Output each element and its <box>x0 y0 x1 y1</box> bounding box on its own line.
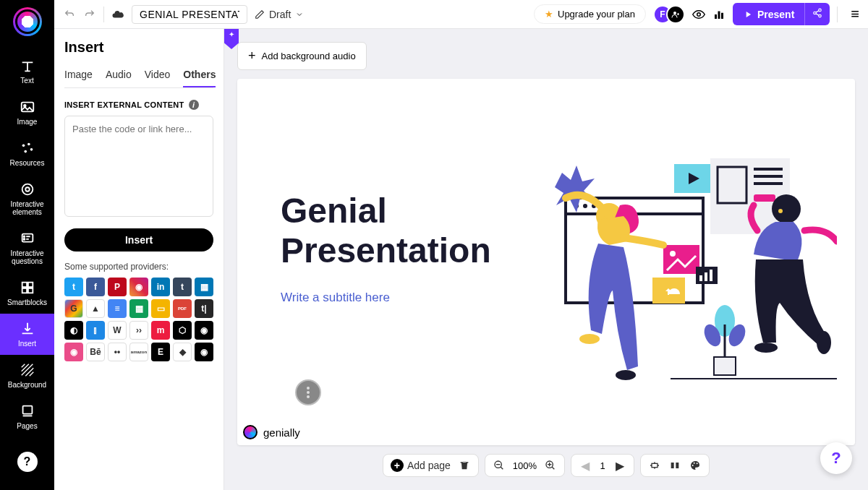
nav-text[interactable]: Text <box>0 51 54 92</box>
svg-rect-19 <box>718 11 720 19</box>
svg-point-48 <box>772 194 801 223</box>
avatar-add <box>666 5 685 24</box>
provider-amplitude[interactable]: ⫿ <box>86 321 105 340</box>
svg-point-2 <box>22 145 25 147</box>
nav-image[interactable]: Image <box>0 92 54 133</box>
info-icon[interactable]: i <box>189 100 199 110</box>
provider-pdf[interactable]: PDF <box>173 299 192 318</box>
help-button[interactable]: ? <box>17 452 38 472</box>
svg-point-49 <box>778 209 783 213</box>
panel-title: Insert <box>64 39 213 56</box>
zoom-in-icon[interactable] <box>544 459 557 472</box>
collaborators[interactable]: F <box>653 5 685 24</box>
embed-input[interactable] <box>64 116 213 217</box>
provider-twitter[interactable]: t <box>64 278 83 296</box>
app-logo[interactable] <box>13 7 42 36</box>
nav-insert[interactable]: Insert <box>0 314 54 355</box>
tab-audio[interactable]: Audio <box>106 69 132 87</box>
provider-gslides[interactable]: ▭ <box>151 299 170 318</box>
nav-pages[interactable]: Pages <box>0 396 54 437</box>
preview-icon[interactable] <box>692 8 705 21</box>
provider-gdrive[interactable]: ▲ <box>86 299 105 318</box>
svg-point-9 <box>23 236 25 237</box>
chevron-down-icon <box>295 10 304 19</box>
svg-point-69 <box>694 463 695 464</box>
provider-flickr[interactable]: •• <box>108 343 127 361</box>
svg-rect-8 <box>22 234 33 242</box>
svg-point-32 <box>670 251 676 257</box>
svg-point-40 <box>579 334 600 344</box>
provider-spotify[interactable]: ◉ <box>195 343 213 361</box>
svg-rect-65 <box>652 463 658 467</box>
provider-meetup[interactable]: m <box>151 321 170 340</box>
provider-gdocs[interactable]: ≡ <box>108 299 127 318</box>
provider-gmaps[interactable]: G <box>64 299 83 318</box>
svg-point-17 <box>697 12 701 16</box>
undo-icon[interactable] <box>63 8 76 21</box>
add-page-button[interactable]: +Add page <box>391 459 451 472</box>
provider-typeform[interactable]: t| <box>195 299 213 318</box>
prev-page-icon[interactable]: ◀ <box>579 459 592 472</box>
pencil-icon <box>255 9 265 20</box>
svg-point-41 <box>616 370 636 380</box>
provider-sketchfab[interactable]: ◆ <box>173 343 192 361</box>
present-button[interactable]: Present <box>733 3 804 25</box>
delete-page-icon[interactable] <box>458 459 471 472</box>
nav-interactive-questions[interactable]: Interactive questions <box>0 223 54 272</box>
status-dropdown[interactable]: Draft <box>255 9 304 20</box>
svg-point-5 <box>24 150 27 153</box>
svg-point-27 <box>583 204 587 208</box>
nav-background[interactable]: Background <box>0 355 54 396</box>
share-button[interactable] <box>804 3 830 25</box>
insert-button[interactable]: Insert <box>64 228 213 252</box>
provider-facebook[interactable]: f <box>86 278 105 296</box>
canvas-palette-icon[interactable] <box>689 459 702 472</box>
provider-linkedin[interactable]: in <box>151 278 170 296</box>
upgrade-button[interactable]: ★Upgrade your plan <box>534 4 646 24</box>
zoom-out-icon[interactable] <box>493 459 506 472</box>
analytics-icon[interactable] <box>712 8 726 21</box>
svg-rect-36 <box>705 272 707 281</box>
svg-point-7 <box>25 187 30 192</box>
provider-mailchimp[interactable]: ◐ <box>64 321 83 340</box>
nav-resources[interactable]: Resources <box>0 133 54 174</box>
canvas-split-icon[interactable] <box>668 459 681 472</box>
provider-slideshare[interactable]: ▦ <box>195 278 213 296</box>
svg-rect-37 <box>710 270 712 281</box>
chat-help-button[interactable]: ? <box>820 442 852 474</box>
provider-pinterest[interactable]: P <box>108 278 127 296</box>
provider-codepen[interactable]: ⬡ <box>173 321 192 340</box>
presentation-title-input[interactable] <box>132 5 247 24</box>
provider-dribbble[interactable]: ◉ <box>64 343 83 361</box>
slide-options-button[interactable] <box>295 379 321 405</box>
provider-eventbrite[interactable]: E <box>151 343 170 361</box>
tab-others[interactable]: Others <box>183 69 216 87</box>
nav-smartblocks[interactable]: Smartblocks <box>0 272 54 314</box>
canvas-fit-icon[interactable] <box>648 459 661 472</box>
provider-gsheets[interactable]: ▦ <box>129 299 148 318</box>
provider-tumblr[interactable]: t <box>173 278 192 296</box>
svg-rect-67 <box>676 463 678 468</box>
provider-instagram[interactable]: ◉ <box>129 278 148 296</box>
slide-title[interactable]: Genial Presentation <box>281 191 491 270</box>
provider-issuu[interactable]: ›› <box>129 321 148 340</box>
menu-icon[interactable]: ≡ <box>851 6 859 22</box>
tab-image[interactable]: Image <box>64 69 93 87</box>
next-page-icon[interactable]: ▶ <box>613 459 626 472</box>
slide-canvas[interactable]: Genial Presentation Write a subtitle her… <box>237 79 855 445</box>
slide-illustration <box>526 137 837 397</box>
redo-icon[interactable] <box>83 8 96 21</box>
svg-point-70 <box>697 463 698 464</box>
provider-behance[interactable]: Bē <box>86 343 105 361</box>
zoom-level: 100% <box>513 460 537 471</box>
slide-subtitle[interactable]: Write a subtitle here <box>281 291 390 305</box>
cloud-save-icon[interactable] <box>111 8 124 21</box>
svg-point-68 <box>692 465 694 466</box>
tab-video[interactable]: Video <box>145 69 171 87</box>
provider-amazon[interactable]: amazon <box>129 343 148 361</box>
provider-github[interactable]: ◉ <box>195 321 213 340</box>
pin-icon[interactable] <box>224 29 239 49</box>
provider-wikipedia[interactable]: W <box>108 321 127 340</box>
add-audio-button[interactable]: + Add background audio <box>237 42 367 70</box>
nav-interactive-elements[interactable]: Interactive elements <box>0 174 54 223</box>
